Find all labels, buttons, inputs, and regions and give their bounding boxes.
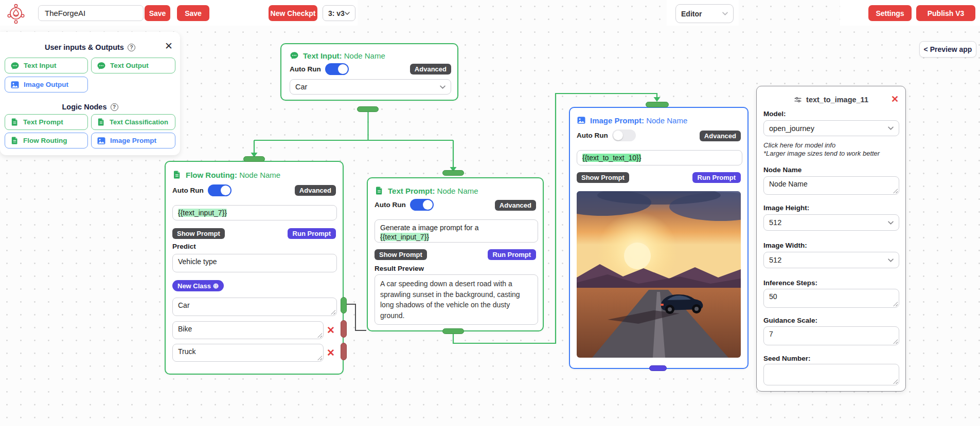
seed-number-label: Seed Number: <box>763 355 811 362</box>
sidebar-item-text-classification[interactable]: Text Classification <box>91 114 175 130</box>
help-icon[interactable]: ? <box>111 103 118 111</box>
auto-run-label: Auto Run <box>577 132 608 139</box>
seed-number-input[interactable] <box>763 364 899 385</box>
model-info-link[interactable]: Click here for model info <box>763 141 835 149</box>
new-class-button[interactable]: New Class ⊕ <box>172 280 224 291</box>
predict-input[interactable]: Vehicle type <box>172 254 337 272</box>
inspector-title: text_to_image_11 <box>757 96 905 104</box>
sidebar-item-image-prompt[interactable]: Image Prompt <box>91 133 175 149</box>
chat-bubble-icon <box>10 61 20 70</box>
class-input-bike[interactable]: Bike <box>172 321 324 339</box>
auto-run-toggle[interactable] <box>612 129 636 141</box>
show-prompt-button[interactable]: Show Prompt <box>375 249 427 260</box>
chat-bubble-icon <box>290 51 299 60</box>
text-prompt-input-handle[interactable] <box>442 170 464 176</box>
routing-input-field[interactable]: {{text_input_7}} <box>172 205 337 220</box>
text-prompt-node[interactable]: Text Prompt: Node Name Auto Run Advanced… <box>367 177 544 331</box>
auto-run-label: Auto Run <box>172 187 204 194</box>
image-prompt-output-handle[interactable] <box>649 365 667 371</box>
delete-class-icon[interactable]: ✕ <box>327 325 335 335</box>
auto-run-toggle[interactable] <box>410 199 434 211</box>
close-icon[interactable]: ✕ <box>165 41 173 51</box>
preview-app-button[interactable]: < Preview app <box>919 41 976 58</box>
image-height-select[interactable]: 512 <box>763 214 899 231</box>
image-width-select[interactable]: 512 <box>763 252 899 268</box>
model-select[interactable]: open_journey <box>763 120 899 136</box>
role-select[interactable]: Editor <box>675 4 734 23</box>
advanced-button[interactable]: Advanced <box>410 64 451 75</box>
flow-routing-node[interactable]: Flow Routing: Node Name Auto Run Advance… <box>165 161 344 375</box>
new-checkpoint-button[interactable]: New Checkpt <box>269 5 317 21</box>
class-handle-bike[interactable] <box>341 320 347 338</box>
delete-class-icon[interactable]: ✕ <box>327 348 335 358</box>
model-label: Model: <box>763 110 786 118</box>
text-prompt-output-handle[interactable] <box>442 328 464 334</box>
sidebar-item-text-output[interactable]: Text Output <box>91 58 175 73</box>
prompt-textarea[interactable]: Generate a image prompt for a {{text_inp… <box>375 219 538 243</box>
show-prompt-button[interactable]: Show Prompt <box>577 172 629 183</box>
auto-run-toggle[interactable] <box>208 184 231 196</box>
chevron-down-icon <box>888 221 894 225</box>
document-icon <box>172 170 182 179</box>
image-icon <box>10 80 20 89</box>
node-palette-panel: User inputs & Outputs ? ✕ Text Input Tex… <box>0 32 180 155</box>
document-icon <box>10 118 19 126</box>
node-title: Flow Routing: Node Name <box>186 171 280 179</box>
generated-image-preview <box>577 191 741 358</box>
class-handle-truck[interactable] <box>341 343 347 360</box>
sidebar-item-image-output[interactable]: Image Output <box>5 77 88 92</box>
run-prompt-button[interactable]: Run Prompt <box>692 172 741 183</box>
guidance-scale-input[interactable]: 7 <box>763 326 899 345</box>
image-prompt-input-handle[interactable] <box>646 102 669 107</box>
chevron-down-icon <box>888 126 894 130</box>
flow-routing-input-handle[interactable] <box>243 156 265 162</box>
run-prompt-button[interactable]: Run Prompt <box>288 228 336 239</box>
document-icon <box>10 136 19 145</box>
text-input-node[interactable]: Text Input: Node Name Auto Run Advanced … <box>280 43 458 101</box>
chevron-down-icon <box>722 12 728 15</box>
show-prompt-button[interactable]: Show Prompt <box>172 228 225 239</box>
save-button-2[interactable]: Save <box>177 5 209 21</box>
document-icon <box>375 186 384 195</box>
node-name-input[interactable]: Node Name <box>763 176 899 195</box>
plus-circle-icon: ⊕ <box>213 282 219 290</box>
chevron-down-icon <box>345 12 350 15</box>
version-select[interactable]: 3: v3 <box>323 5 355 21</box>
settings-button[interactable]: Settings <box>868 5 912 21</box>
advanced-button[interactable]: Advanced <box>495 200 536 211</box>
sidebar-item-text-prompt[interactable]: Text Prompt <box>5 114 88 130</box>
flow-editor-canvas[interactable]: Save Save New Checkpt 3: v3 Editor Setti… <box>0 0 980 426</box>
node-name-label: Node Name <box>763 166 801 174</box>
sidebar-item-flow-routing[interactable]: Flow Routing <box>5 133 88 149</box>
class-input-truck[interactable]: Truck <box>172 344 324 362</box>
class-input-car[interactable]: Car <box>172 298 337 316</box>
result-preview-box: A car speeding down a desert road with a… <box>375 274 538 325</box>
auto-run-toggle[interactable] <box>325 63 349 75</box>
chevron-down-icon <box>440 85 446 89</box>
save-button[interactable]: Save <box>145 5 170 21</box>
image-prompt-node[interactable]: Image Prompt: Node Name Auto Run Advance… <box>569 107 749 369</box>
advanced-button[interactable]: Advanced <box>295 185 336 196</box>
node-title: Text Prompt: Node Name <box>388 187 478 195</box>
auto-run-label: Auto Run <box>375 201 406 209</box>
image-prompt-input-field[interactable]: {{text_to_text_10}} <box>577 150 742 165</box>
guidance-scale-label: Guidance Scale: <box>763 317 817 324</box>
run-prompt-button[interactable]: Run Prompt <box>488 249 536 260</box>
advanced-button[interactable]: Advanced <box>700 131 741 141</box>
sliders-icon <box>794 96 802 104</box>
publish-button[interactable]: Publish V3 <box>916 5 975 21</box>
image-width-label: Image Width: <box>763 242 807 249</box>
help-icon[interactable]: ? <box>128 44 135 51</box>
palette-inputs-title: User inputs & Outputs ? <box>0 43 180 51</box>
node-title: Text Input: Node Name <box>303 51 385 60</box>
app-title-input[interactable] <box>38 5 144 21</box>
node-title: Image Prompt: Node Name <box>590 116 687 125</box>
close-icon[interactable]: ✕ <box>891 95 899 104</box>
sidebar-item-text-input[interactable]: Text Input <box>5 58 88 73</box>
text-input-value-select[interactable]: Car <box>290 79 451 95</box>
predict-label: Predict <box>172 243 196 250</box>
class-handle-car[interactable] <box>341 297 347 313</box>
inference-steps-input[interactable]: 50 <box>763 289 899 308</box>
text-input-output-handle[interactable] <box>357 106 379 112</box>
palette-logic-title: Logic Nodes ? <box>0 103 180 111</box>
